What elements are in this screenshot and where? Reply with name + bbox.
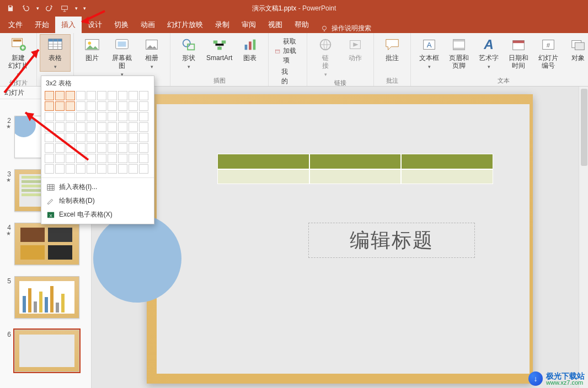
table-grid-cell[interactable] <box>108 143 117 153</box>
table-grid-cell[interactable] <box>76 154 85 163</box>
table-grid-cell[interactable] <box>87 143 96 153</box>
title-placeholder[interactable]: 编辑标题 <box>308 223 475 258</box>
table-grid-cell[interactable] <box>118 91 127 100</box>
wordart-button[interactable]: A 艺术字▾ <box>474 35 504 71</box>
save-button[interactable] <box>3 1 18 15</box>
slide-number-button[interactable]: # 幻灯片 编号 <box>533 35 563 72</box>
table-grid-cell[interactable] <box>97 112 106 121</box>
table-grid-cell[interactable] <box>139 122 148 132</box>
photo-album-button[interactable]: 相册▾ <box>137 35 167 71</box>
table-grid-cell[interactable] <box>76 143 85 153</box>
textbox-button[interactable]: A 文本框▾ <box>414 35 444 71</box>
table-grid-cell[interactable] <box>87 91 96 100</box>
table-grid-cell[interactable] <box>108 112 117 121</box>
action-button[interactable]: 动作 <box>340 35 370 64</box>
chart-button[interactable]: 图表 <box>235 35 265 64</box>
slide[interactable]: 编辑标题 <box>147 94 533 384</box>
table-grid-cell[interactable] <box>129 122 138 132</box>
table-grid-cell[interactable] <box>45 164 54 174</box>
table-grid-cell[interactable] <box>55 122 65 132</box>
table-grid-cell[interactable] <box>139 154 148 163</box>
object-button[interactable]: 对象 <box>563 35 588 64</box>
tab-slideshow[interactable]: 幻灯片放映 <box>161 17 209 33</box>
table-grid-cell[interactable] <box>139 91 148 100</box>
table-grid-cell[interactable] <box>97 133 106 142</box>
table-grid-cell[interactable] <box>97 164 106 174</box>
table-grid-cell[interactable] <box>45 112 54 121</box>
tab-view[interactable]: 视图 <box>262 17 288 33</box>
table-grid-cell[interactable] <box>87 112 96 121</box>
table-grid-cell[interactable] <box>66 112 75 121</box>
table-grid-cell[interactable] <box>55 133 65 142</box>
tab-review[interactable]: 审阅 <box>236 17 262 33</box>
table-grid-cell[interactable] <box>139 143 148 153</box>
link-button[interactable]: 链 接▾ <box>311 35 340 79</box>
table-grid-cell[interactable] <box>129 164 138 174</box>
slide-thumbnail-5[interactable]: 5 <box>0 274 91 327</box>
table-grid-cell[interactable] <box>66 91 75 100</box>
table-grid-cell[interactable] <box>76 164 85 174</box>
table-grid-cell[interactable] <box>66 133 75 142</box>
tab-home[interactable]: 开始 <box>29 17 55 33</box>
table-grid-cell[interactable] <box>129 143 138 153</box>
screenshot-button[interactable]: 屏幕截图▾ <box>107 35 137 79</box>
qat-more-button[interactable]: ▾ <box>81 1 88 15</box>
table-grid-cell[interactable] <box>108 164 117 174</box>
undo-button[interactable] <box>19 1 33 15</box>
table-grid-cell[interactable] <box>87 122 96 132</box>
table-grid-cell[interactable] <box>66 101 75 111</box>
table-grid-cell[interactable] <box>108 101 117 111</box>
table-grid-cell[interactable] <box>76 91 85 100</box>
tab-transitions[interactable]: 切换 <box>108 17 135 33</box>
table-grid-cell[interactable] <box>97 154 106 163</box>
table-grid-cell[interactable] <box>118 143 127 153</box>
slide-thumbnail-6[interactable]: 6 <box>0 327 91 381</box>
table-grid-cell[interactable] <box>129 91 138 100</box>
table-grid-cell[interactable] <box>139 133 148 142</box>
table-grid-cell[interactable] <box>76 112 85 121</box>
table-grid-cell[interactable] <box>118 154 127 163</box>
table-grid-cell[interactable] <box>76 133 85 142</box>
table-grid-cell[interactable] <box>66 143 75 153</box>
table-grid-cell[interactable] <box>139 112 148 121</box>
table-grid-cell[interactable] <box>76 101 85 111</box>
table-grid-cell[interactable] <box>87 133 96 142</box>
table-grid-cell[interactable] <box>76 122 85 132</box>
start-slideshow-button[interactable] <box>57 1 72 15</box>
excel-spreadsheet-menu-item[interactable]: X Excel 电子表格(X) <box>41 208 154 222</box>
table-grid-cell[interactable] <box>97 101 106 111</box>
table-grid-cell[interactable] <box>118 122 127 132</box>
redo-button[interactable] <box>42 1 56 15</box>
table-grid-cell[interactable] <box>66 164 75 174</box>
table-grid-cell[interactable] <box>97 122 106 132</box>
table-grid-cell[interactable] <box>118 101 127 111</box>
table-button[interactable]: 表格 ▾ <box>40 34 71 72</box>
table-grid-cell[interactable] <box>55 164 65 174</box>
table-grid-cell[interactable] <box>118 133 127 142</box>
start-slideshow-dropdown[interactable]: ▾ <box>73 1 79 15</box>
table-size-grid[interactable] <box>41 91 154 177</box>
table-grid-cell[interactable] <box>55 91 65 100</box>
table-grid-cell[interactable] <box>118 112 127 121</box>
slide-thumbnail-4[interactable]: 4★ <box>0 220 91 274</box>
tab-help[interactable]: 帮助 <box>288 17 315 33</box>
table-grid-cell[interactable] <box>139 164 148 174</box>
table-grid-cell[interactable] <box>108 91 117 100</box>
table-grid-cell[interactable] <box>55 154 65 163</box>
pictures-button[interactable]: 图片 <box>77 35 107 64</box>
tab-animations[interactable]: 动画 <box>135 17 161 33</box>
table-grid-cell[interactable] <box>97 143 106 153</box>
insert-table-dropdown[interactable]: 3x2 表格 插入表格(I)... 绘制表格(D) X Excel 电子表格(X… <box>41 76 154 224</box>
table-grid-cell[interactable] <box>139 101 148 111</box>
table-grid-cell[interactable] <box>87 164 96 174</box>
tab-design[interactable]: 设计 <box>82 17 108 33</box>
table-grid-cell[interactable] <box>66 154 75 163</box>
table-grid-cell[interactable] <box>108 122 117 132</box>
new-slide-button[interactable]: 新建 幻灯片 ▾ <box>3 35 33 79</box>
insert-table-menu-item[interactable]: 插入表格(I)... <box>41 180 154 194</box>
table-grid-cell[interactable] <box>45 122 54 132</box>
table-grid-cell[interactable] <box>55 143 65 153</box>
tab-file[interactable]: 文件 <box>2 17 29 33</box>
table-grid-cell[interactable] <box>129 112 138 121</box>
table-grid-cell[interactable] <box>45 133 54 142</box>
